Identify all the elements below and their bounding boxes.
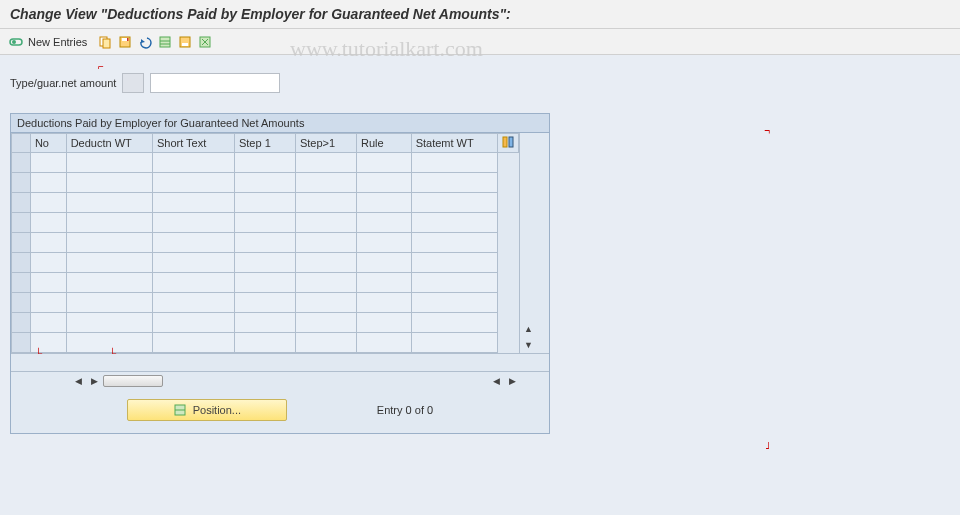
row-selector[interactable] bbox=[12, 173, 31, 193]
cell[interactable] bbox=[356, 153, 411, 173]
copy-icon[interactable] bbox=[97, 34, 113, 50]
col-rule[interactable]: Rule bbox=[356, 134, 411, 153]
cell[interactable] bbox=[152, 273, 234, 293]
table-row[interactable] bbox=[12, 213, 519, 233]
cell[interactable] bbox=[234, 293, 295, 313]
scroll-down-icon[interactable]: ▼ bbox=[520, 337, 537, 353]
cell[interactable] bbox=[411, 213, 497, 233]
cell[interactable] bbox=[30, 213, 66, 233]
table-row[interactable] bbox=[12, 313, 519, 333]
cell[interactable] bbox=[411, 193, 497, 213]
row-selector[interactable] bbox=[12, 213, 31, 233]
horizontal-scrollbar[interactable]: ◀ ▶ ◀ ▶ bbox=[11, 371, 549, 389]
cell[interactable] bbox=[66, 273, 152, 293]
cell[interactable] bbox=[356, 173, 411, 193]
hscroll-left2-icon[interactable]: ◀ bbox=[489, 374, 503, 388]
cell[interactable] bbox=[234, 153, 295, 173]
cell[interactable] bbox=[30, 193, 66, 213]
cell[interactable] bbox=[295, 233, 356, 253]
cell[interactable] bbox=[152, 333, 234, 353]
cell[interactable] bbox=[234, 193, 295, 213]
cell[interactable] bbox=[356, 253, 411, 273]
save-variant-icon[interactable] bbox=[177, 34, 193, 50]
row-selector[interactable] bbox=[12, 273, 31, 293]
cell[interactable] bbox=[66, 293, 152, 313]
vertical-scrollbar[interactable]: ▲ ▼ bbox=[519, 133, 537, 353]
cell[interactable] bbox=[356, 193, 411, 213]
toggle-icon[interactable] bbox=[8, 34, 24, 50]
cell[interactable] bbox=[30, 313, 66, 333]
cell[interactable] bbox=[411, 333, 497, 353]
row-selector[interactable] bbox=[12, 193, 31, 213]
col-step-gt1[interactable]: Step>1 bbox=[295, 134, 356, 153]
table-row[interactable] bbox=[12, 193, 519, 213]
table-row[interactable] bbox=[12, 333, 519, 353]
cell[interactable] bbox=[295, 193, 356, 213]
undo-icon[interactable] bbox=[137, 34, 153, 50]
cell[interactable] bbox=[234, 313, 295, 333]
cell[interactable] bbox=[152, 153, 234, 173]
cell[interactable] bbox=[66, 213, 152, 233]
hscroll-left-icon[interactable]: ◀ bbox=[71, 374, 85, 388]
cell[interactable] bbox=[234, 333, 295, 353]
deselect-icon[interactable] bbox=[197, 34, 213, 50]
hscroll-right-icon[interactable]: ▶ bbox=[87, 374, 101, 388]
row-selector-header[interactable] bbox=[12, 134, 31, 153]
cell[interactable] bbox=[152, 233, 234, 253]
cell[interactable] bbox=[234, 213, 295, 233]
cell[interactable] bbox=[411, 153, 497, 173]
cell[interactable] bbox=[66, 173, 152, 193]
table-row[interactable] bbox=[12, 253, 519, 273]
save-icon[interactable] bbox=[117, 34, 133, 50]
configure-columns-icon[interactable] bbox=[497, 134, 518, 153]
table-row[interactable] bbox=[12, 233, 519, 253]
cell[interactable] bbox=[30, 233, 66, 253]
cell[interactable] bbox=[295, 213, 356, 233]
cell[interactable] bbox=[234, 233, 295, 253]
cell[interactable] bbox=[152, 293, 234, 313]
cell[interactable] bbox=[66, 253, 152, 273]
table-row[interactable] bbox=[12, 273, 519, 293]
guar-net-amount-input[interactable] bbox=[150, 73, 280, 93]
cell[interactable] bbox=[295, 153, 356, 173]
cell[interactable] bbox=[30, 153, 66, 173]
cell[interactable] bbox=[152, 173, 234, 193]
cell[interactable] bbox=[356, 233, 411, 253]
cell[interactable] bbox=[411, 293, 497, 313]
cell[interactable] bbox=[411, 253, 497, 273]
cell[interactable] bbox=[66, 313, 152, 333]
cell[interactable] bbox=[152, 193, 234, 213]
table-row[interactable] bbox=[12, 293, 519, 313]
row-selector[interactable] bbox=[12, 153, 31, 173]
cell[interactable] bbox=[152, 313, 234, 333]
row-selector[interactable] bbox=[12, 293, 31, 313]
cell[interactable] bbox=[30, 293, 66, 313]
cell[interactable] bbox=[356, 213, 411, 233]
cell[interactable] bbox=[411, 273, 497, 293]
row-selector[interactable] bbox=[12, 313, 31, 333]
cell[interactable] bbox=[234, 173, 295, 193]
col-deductn-wt[interactable]: Deductn WT bbox=[66, 134, 152, 153]
cell[interactable] bbox=[66, 153, 152, 173]
cell[interactable] bbox=[411, 173, 497, 193]
col-short-text[interactable]: Short Text bbox=[152, 134, 234, 153]
cell[interactable] bbox=[295, 313, 356, 333]
new-entries-button[interactable]: New Entries bbox=[28, 36, 87, 48]
scroll-up-icon[interactable]: ▲ bbox=[520, 321, 537, 337]
cell[interactable] bbox=[66, 233, 152, 253]
cell[interactable] bbox=[30, 253, 66, 273]
col-step1[interactable]: Step 1 bbox=[234, 134, 295, 153]
cell[interactable] bbox=[66, 193, 152, 213]
row-selector[interactable] bbox=[12, 233, 31, 253]
cell[interactable] bbox=[411, 233, 497, 253]
cell[interactable] bbox=[30, 273, 66, 293]
type-code-input[interactable] bbox=[122, 73, 144, 93]
table-row[interactable] bbox=[12, 153, 519, 173]
cell[interactable] bbox=[234, 273, 295, 293]
row-selector[interactable] bbox=[12, 253, 31, 273]
cell[interactable] bbox=[152, 213, 234, 233]
row-selector[interactable] bbox=[12, 333, 31, 353]
cell[interactable] bbox=[295, 293, 356, 313]
hscroll-right2-icon[interactable]: ▶ bbox=[505, 374, 519, 388]
cell[interactable] bbox=[356, 333, 411, 353]
